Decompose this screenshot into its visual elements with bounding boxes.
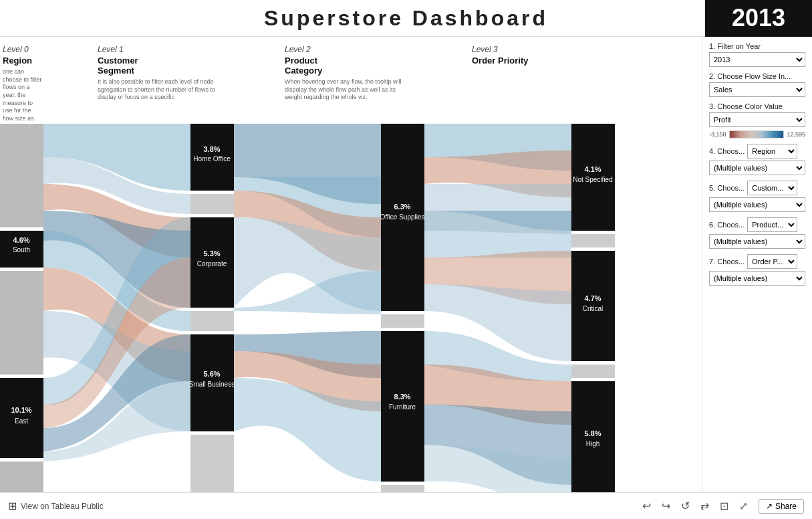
node-high-label: High: [586, 440, 600, 447]
node-cat-gap1: [381, 314, 424, 328]
node-corp-label: Corporate: [197, 260, 227, 268]
share-icon: ↗: [766, 502, 773, 511]
filter-1-label: 1. Filter on Year: [709, 42, 805, 50]
level-0-label: Level 0: [3, 45, 43, 54]
filter-6-dropdown[interactable]: Product...: [747, 217, 797, 232]
node-os-label: Office Supplies: [380, 213, 424, 221]
node-pri-gap1: [571, 234, 615, 247]
node-crit-pct: 4.7%: [584, 294, 601, 302]
node-south-pct: 4.6%: [13, 236, 29, 244]
content-area: Level 0 Region one can choose to filter …: [0, 37, 812, 492]
sidebar: 1. Filter on Year 2013 2. Choose Flow Si…: [702, 37, 812, 492]
node-west: [0, 124, 43, 227]
node-home-label: Home Office: [193, 155, 231, 163]
share-label: Share: [775, 502, 797, 511]
sankey-svg: 4.6% South 10.1% East 3.8% Home Office: [0, 124, 702, 492]
header: Superstore Dashboard 2013: [0, 0, 812, 37]
view-icon[interactable]: ⊡: [720, 500, 728, 512]
tableau-label: View on Tableau Public: [21, 502, 104, 511]
node-pri-gap2: [571, 365, 615, 378]
filter-1-select[interactable]: 2013: [709, 52, 805, 67]
level-1-header: Level 1 CustomerSegment It is also possi…: [92, 42, 233, 124]
level-3-name: Order Priority: [472, 56, 595, 66]
node-seg-gap3: [190, 435, 234, 492]
filter-5-dropdown[interactable]: Custom...: [747, 181, 797, 195]
node-mid-gray: [0, 271, 43, 375]
filter-4-multi[interactable]: (Multiple values): [709, 161, 805, 175]
filter-7-label: 7. Choos...: [709, 257, 745, 266]
node-east-label: East: [15, 417, 28, 425]
dashboard-title: Superstore Dashboard: [0, 6, 705, 31]
filter-4-label: 4. Choos...: [709, 147, 745, 155]
node-ns-label: Not Specified: [573, 176, 612, 183]
color-bar: -3,158 12,595: [709, 130, 805, 138]
filter-7-dropdown[interactable]: Order P...: [747, 254, 797, 269]
filter-5-section: 5. Choos... Custom... (Multiple values): [709, 181, 805, 212]
level-0-header: Level 0 Region one can choose to filter …: [0, 42, 45, 124]
filter-4-dropdown[interactable]: Region: [747, 144, 797, 159]
level-3-header: Level 3 Order Priority: [466, 42, 600, 124]
node-crit-label: Critical: [583, 305, 603, 312]
node-bot-gray: [0, 461, 43, 492]
color-min: -3,158: [709, 131, 726, 138]
filter-6-label: 6. Choos...: [709, 221, 745, 229]
level-1-desc: It is also possible to filter each level…: [98, 78, 227, 102]
filter-2-label: 2. Choose Flow Size In...: [709, 72, 805, 80]
node-seg-gap2: [190, 311, 234, 331]
main-container: Superstore Dashboard 2013 Level 0 Region…: [0, 0, 812, 519]
filter-6-section: 6. Choos... Product... (Multiple values): [709, 217, 805, 249]
filter-2-select[interactable]: Sales: [709, 82, 805, 97]
level-0-name: Region: [3, 56, 43, 66]
year-badge: 2013: [705, 0, 812, 37]
level-2-desc: When hovering over any flow, the tooltip…: [285, 78, 414, 102]
tableau-link[interactable]: ⊞ View on Tableau Public: [8, 500, 104, 512]
node-sb-pct: 5.6%: [203, 370, 220, 378]
node-sb-label: Small Business: [189, 381, 235, 388]
filter-3-select[interactable]: Profit: [709, 112, 805, 127]
color-max: 12,595: [787, 131, 805, 138]
node-furn-pct: 8.3%: [394, 393, 410, 401]
undo-icon[interactable]: ↩: [642, 500, 651, 512]
node-os-pct: 6.3%: [394, 203, 410, 211]
expand-icon[interactable]: ⤢: [739, 500, 748, 512]
sankey-visualization: 4.6% South 10.1% East 3.8% Home Office: [0, 124, 702, 492]
filter-3-label: 3. Choose Color Value: [709, 102, 805, 110]
footer: ⊞ View on Tableau Public ↩ ↪ ↺ ⇄ ⊡ ⤢ ↗ S…: [0, 492, 812, 519]
filter-7-section: 7. Choos... Order P... (Multiple values): [709, 254, 805, 286]
node-furn-label: Furniture: [389, 403, 416, 411]
level-3-label: Level 3: [472, 45, 595, 54]
node-east-pct: 10.1%: [11, 406, 31, 414]
filter-2-section: 2. Choose Flow Size In... Sales: [709, 72, 805, 97]
level-1-label: Level 1: [98, 45, 227, 54]
filter-3-section: 3. Choose Color Value Profit -3,158 12,5…: [709, 102, 805, 138]
flow-c-p-4: [424, 211, 571, 234]
filter-5-multi[interactable]: (Multiple values): [709, 197, 805, 212]
node-south-label: South: [13, 246, 30, 253]
filter-4-section: 4. Choos... Region (Multiple values): [709, 144, 805, 175]
node-home-pct: 3.8%: [203, 145, 220, 153]
share-button[interactable]: ↗ Share: [759, 499, 804, 514]
redo-icon[interactable]: ↪: [662, 500, 670, 512]
level-2-label: Level 2: [285, 45, 414, 54]
node-cat-gap2: [381, 485, 424, 492]
node-high-pct: 5.8%: [584, 429, 601, 437]
level-2-name: ProductCategory: [285, 56, 414, 76]
level-2-header: Level 2 ProductCategory When hovering ov…: [279, 42, 420, 124]
reset-icon[interactable]: ↺: [681, 500, 690, 512]
pause-icon[interactable]: ⇄: [700, 500, 709, 512]
filter-7-multi[interactable]: (Multiple values): [709, 271, 805, 286]
node-corp-pct: 5.3%: [203, 249, 220, 257]
filter-6-multi[interactable]: (Multiple values): [709, 234, 805, 249]
filter-1-section: 1. Filter on Year 2013: [709, 42, 805, 67]
level-1-name: CustomerSegment: [98, 56, 227, 76]
node-seg-gap1: [190, 194, 234, 214]
node-ns-pct: 4.1%: [584, 165, 601, 173]
color-gradient: [729, 130, 785, 138]
tableau-icon: ⊞: [8, 500, 17, 512]
footer-icons: ↩ ↪ ↺ ⇄ ⊡ ⤢ ↗ Share: [642, 499, 804, 514]
filter-5-label: 5. Choos...: [709, 184, 745, 192]
